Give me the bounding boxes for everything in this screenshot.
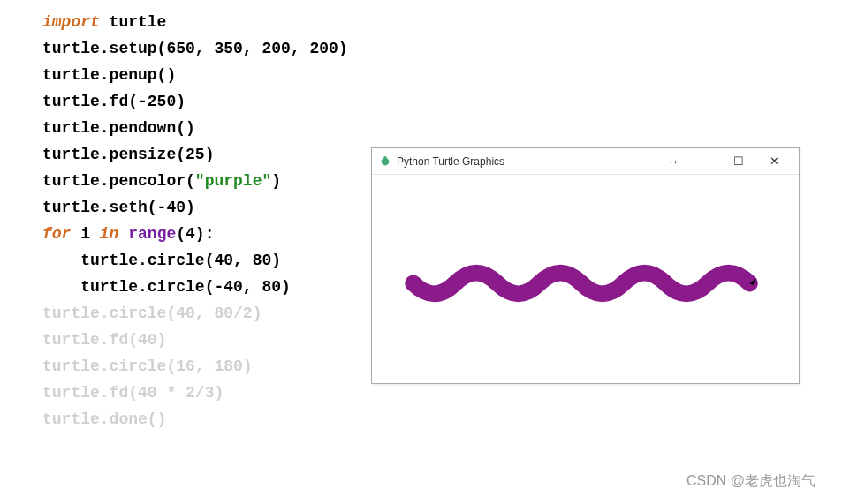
- keyword-for: for: [42, 225, 71, 243]
- window-title: Python Turtle Graphics: [397, 155, 504, 168]
- code-line-inactive: turtle.done(): [42, 406, 348, 433]
- turtle-graphics-window[interactable]: Python Turtle Graphics ↔ — ☐ ✕: [371, 147, 800, 384]
- turtle-icon: [379, 155, 391, 168]
- code-line: import turtle: [42, 9, 348, 35]
- turtle-canvas: [372, 175, 799, 383]
- code-line: for i in range(4):: [42, 221, 348, 247]
- keyword-in: in: [100, 225, 119, 243]
- maximize-button[interactable]: ☐: [721, 148, 756, 175]
- code-line: turtle.pendown(): [42, 115, 348, 141]
- code-line: turtle.circle(40, 80): [42, 247, 348, 274]
- watermark-arc: [0, 374, 41, 456]
- minimize-button[interactable]: —: [686, 148, 721, 175]
- close-button[interactable]: ✕: [756, 148, 792, 175]
- code-line: turtle.seth(-40): [42, 194, 348, 221]
- svg-point-1: [383, 155, 387, 159]
- code-line: turtle.penup(): [42, 62, 348, 88]
- code-line-inactive: turtle.circle(40, 80/2): [42, 300, 348, 327]
- code-line: turtle.circle(-40, 80): [42, 274, 348, 300]
- code-editor: import turtle turtle.setup(650, 350, 200…: [42, 9, 348, 433]
- builtin-range: range: [128, 225, 176, 243]
- code-line-inactive: turtle.fd(40): [42, 327, 348, 353]
- csdn-watermark: CSDN @老虎也淘气: [686, 472, 815, 491]
- turtle-wave-path: [413, 273, 750, 294]
- string-literal: "purple": [195, 172, 271, 190]
- code-line-inactive: turtle.circle(16, 180): [42, 353, 348, 380]
- code-line: turtle.setup(650, 350, 200, 200): [42, 35, 348, 62]
- code-line: turtle.fd(-250): [42, 88, 348, 115]
- window-titlebar[interactable]: Python Turtle Graphics ↔ — ☐ ✕: [372, 148, 799, 175]
- code-line: turtle.pencolor("purple"): [42, 168, 348, 194]
- code-line: turtle.pensize(25): [42, 141, 348, 168]
- code-line-inactive: turtle.fd(40 * 2/3): [42, 380, 348, 406]
- keyword-import: import: [42, 13, 100, 31]
- resize-indicator: ↔: [661, 148, 686, 175]
